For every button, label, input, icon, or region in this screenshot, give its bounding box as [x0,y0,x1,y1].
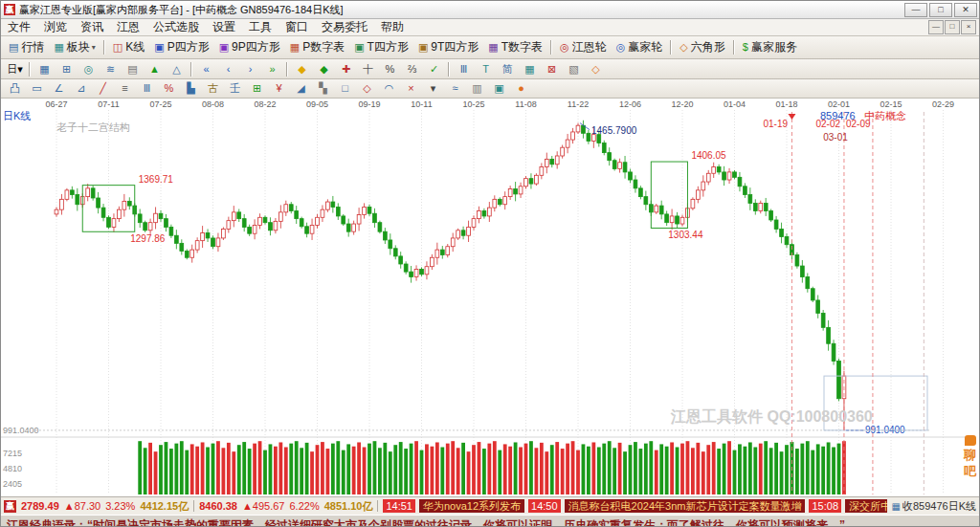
tool-icon-button[interactable]: « [196,60,216,77]
tool-icon-button[interactable]: ▚ [313,80,333,98]
tool-icon-button[interactable]: ◢ [291,80,311,98]
tool-icon-button[interactable]: ▲ [145,60,165,77]
tool-icon-button[interactable]: ● [511,80,531,98]
tool-icon-button[interactable]: ◇ [586,60,606,77]
candle-body [478,211,481,219]
tool-icon-button[interactable]: × [401,80,421,98]
candle-body [612,161,616,169]
volume-bar [383,443,387,494]
menu-item[interactable]: 资讯 [74,19,110,35]
tool-icon-button[interactable]: ◠ [379,80,399,98]
tool-icon-button[interactable]: △ [167,60,187,77]
tool-icon-button[interactable]: ▦ [34,60,55,77]
news-time-badge[interactable]: 14:50 [528,499,561,513]
news-headline[interactable]: 华为nova12系列发布 [419,499,524,513]
tool-icon-button[interactable]: ▤ [122,60,143,77]
tool-icon-button[interactable]: 壬 [225,80,245,98]
tool-icon-button[interactable]: 简 [498,60,518,77]
volume-bar [785,445,789,494]
tool-icon-button[interactable]: ⊠ [542,60,562,77]
menu-item[interactable]: 文件 [1,19,37,35]
tool-icon-button[interactable]: ✓ [424,60,444,77]
tool-icon-button[interactable]: ✚ [336,60,356,77]
news-time-badge[interactable]: 15:08 [809,499,841,513]
candle-body [404,264,408,272]
tool-icon-button[interactable]: ≋ [100,60,121,77]
toolbar-button-板块[interactable]: ▦板块▾ [50,38,99,56]
candle-body [467,227,471,235]
tool-icon-button[interactable]: □ [335,80,355,98]
tool-icon-button[interactable]: » [262,60,282,77]
tool-icon-button[interactable]: ╱ [93,80,113,98]
tool-icon-button[interactable]: 日▾ [5,60,25,77]
toolbar-button-行情[interactable]: ▤行情 [5,38,48,56]
tool-icon-button[interactable]: ∠ [49,80,69,98]
tool-icon-button[interactable]: Ⅲ [454,60,474,77]
news-time-badge[interactable]: 14:51 [383,499,415,513]
menu-item[interactable]: 公式选股 [146,19,206,35]
index-amount: 4412.15亿 [140,499,189,514]
tool-icon-button[interactable]: ▙ [181,80,201,98]
toolbar-button-P数字表[interactable]: ▦P数字表 [286,38,348,56]
tool-icon-button[interactable]: Ⅲ [137,80,157,98]
tool-icon-button[interactable]: % [159,80,179,98]
menu-item[interactable]: 交易委托 [315,19,374,35]
toolbar-button-六角形[interactable]: ◇六角形 [676,38,728,56]
menu-item[interactable]: 江恩 [110,19,146,35]
toolbar-button-T数字表[interactable]: ▦T数字表 [484,38,546,56]
toolbar-button-9T四方形[interactable]: ▣9T四方形 [414,38,482,56]
menu-item[interactable]: 帮助 [374,19,411,35]
tool-icon-button[interactable]: › [240,60,260,77]
tool-icon-button[interactable]: ▥ [467,80,487,98]
toolbar-button-9P四方形[interactable]: ▣9P四方形 [215,38,284,56]
volume-bar [727,441,731,494]
volume-bar [414,441,418,494]
toolbar-button-江恩轮[interactable]: ◎江恩轮 [556,38,611,56]
toolbar-button-P四方形[interactable]: ▣P四方形 [150,38,212,56]
tool-icon-button[interactable]: ⅔ [402,60,422,77]
toolbar-button-赢家服务[interactable]: $赢家服务 [739,38,801,56]
tool-icon-button[interactable]: ◇ [357,80,377,98]
tool-icon-button[interactable]: ▾ [423,80,443,98]
tool-icon-button[interactable]: ▧ [564,60,584,77]
tool-icon-button[interactable]: ¥ [269,80,289,98]
tool-icon-button[interactable]: ⊿ [71,80,91,98]
tool-icon-button[interactable]: 古 [203,80,223,98]
icon-toolbar: 日▾▦⊞◎≋▤▲△«‹›»◆◆✚十%⅔✓ⅢT简▦⊠▧◇ [1,59,979,79]
tool-icon-button[interactable]: T [476,60,496,77]
tool-icon-button[interactable]: ‹ [218,60,238,77]
news-headline[interactable]: 消息称台积电2024年3nm新芯片设计定案数量激增 [565,499,806,513]
toolbar-separator [286,62,288,77]
toolbar-button-K线[interactable]: ◫K线 [109,38,148,56]
minimize-button[interactable]: — [904,3,927,17]
tool-icon-button[interactable]: ▣ [489,80,509,98]
mdi-control-button[interactable]: — [928,20,944,34]
tool-icon-button[interactable]: ◆ [314,60,334,77]
tool-icon: 古 [208,83,218,94]
statusbar-logo-icon: 赢 [4,500,16,513]
toolbar-button-T四方形[interactable]: ▣T四方形 [350,38,412,56]
menu-item[interactable]: 工具 [242,19,278,35]
menu-item[interactable]: 浏览 [37,19,74,35]
tool-icon-button[interactable]: 十 [358,60,378,77]
tool-icon-button[interactable]: ≡ [115,80,135,98]
tool-icon-button[interactable]: ◆ [292,60,312,77]
mdi-control-button[interactable]: × [961,20,976,34]
tool-icon-button[interactable]: ▦ [520,60,540,77]
tool-icon-button[interactable]: ◎ [78,60,99,77]
news-headline[interactable]: 深交所中止广联… [845,499,887,513]
toolbar-button-赢家轮[interactable]: ◎赢家轮 [612,38,667,56]
tool-icon-button[interactable]: ▭ [27,80,47,98]
menu-item[interactable]: 窗口 [278,19,315,35]
tool-icon-button[interactable]: 凸 [5,80,25,98]
tool-icon-button[interactable]: % [380,60,400,77]
maximize-button[interactable]: □ [929,3,952,17]
chat-tab[interactable]: 聊 吧 [964,435,976,479]
tool-icon-button[interactable]: ⊞ [56,60,77,77]
tool-icon-button[interactable]: ≈ [445,80,465,98]
close-button[interactable]: ✕ [954,3,977,17]
mdi-control-button[interactable]: □ [945,20,960,34]
tool-icon-button[interactable]: ⊞ [247,80,267,98]
price-chart[interactable]: 06-2707-1107-2508-0808-2209-0509-1910-11… [1,99,980,496]
menu-item[interactable]: 设置 [206,19,242,35]
